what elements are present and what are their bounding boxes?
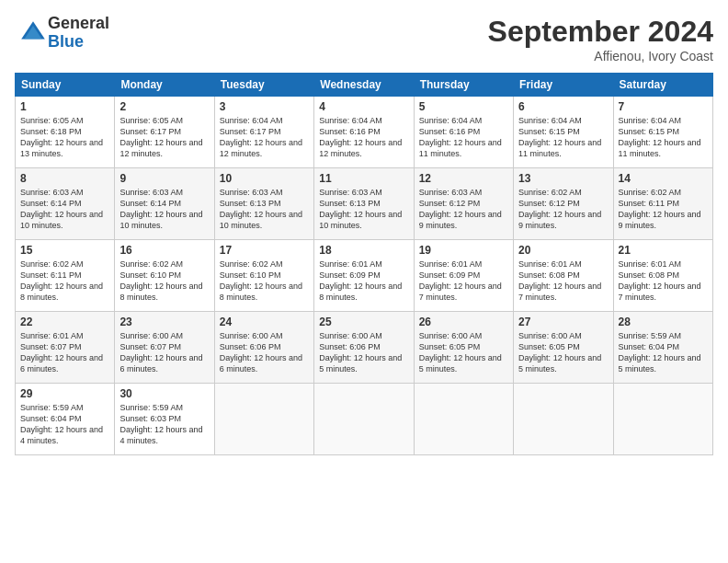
day-info: Sunrise: 6:01 AMSunset: 6:09 PMDaylight:… [419, 259, 508, 304]
day-number: 23 [119, 316, 209, 328]
day-info: Sunrise: 6:02 AMSunset: 6:10 PMDaylight:… [119, 259, 209, 304]
calendar-cell [214, 384, 313, 455]
day-info: Sunrise: 6:05 AMSunset: 6:17 PMDaylight:… [119, 115, 209, 160]
calendar-cell: 9Sunrise: 6:03 AMSunset: 6:14 PMDaylight… [115, 168, 214, 240]
calendar-header-friday: Friday [514, 74, 613, 97]
calendar-cell: 23Sunrise: 6:00 AMSunset: 6:07 PMDayligh… [115, 312, 214, 384]
calendar-cell: 7Sunrise: 6:04 AMSunset: 6:15 PMDaylight… [613, 97, 712, 168]
day-info: Sunrise: 6:00 AMSunset: 6:05 PMDaylight:… [419, 330, 508, 375]
calendar-cell [514, 384, 613, 455]
day-info: Sunrise: 6:04 AMSunset: 6:16 PMDaylight:… [419, 115, 508, 160]
day-info: Sunrise: 6:04 AMSunset: 6:15 PMDaylight:… [619, 115, 708, 160]
day-info: Sunrise: 6:00 AMSunset: 6:06 PMDaylight:… [319, 330, 408, 375]
calendar-cell: 14Sunrise: 6:02 AMSunset: 6:11 PMDayligh… [613, 168, 712, 240]
day-number: 20 [518, 244, 608, 257]
day-number: 6 [518, 100, 608, 113]
calendar-cell: 6Sunrise: 6:04 AMSunset: 6:15 PMDaylight… [514, 97, 613, 168]
calendar-cell: 25Sunrise: 6:00 AMSunset: 6:06 PMDayligh… [314, 312, 414, 384]
day-number: 12 [419, 172, 508, 185]
day-number: 8 [20, 172, 109, 185]
day-number: 11 [319, 172, 408, 185]
location: Affienou, Ivory Coast [488, 49, 713, 63]
calendar-header-saturday: Saturday [613, 74, 712, 97]
calendar-cell: 5Sunrise: 6:04 AMSunset: 6:16 PMDaylight… [414, 97, 513, 168]
header: General Blue September 2024 Affienou, Iv… [15, 15, 713, 63]
calendar-header-sunday: Sunday [16, 74, 115, 97]
calendar-cell: 28Sunrise: 5:59 AMSunset: 6:04 PMDayligh… [613, 312, 712, 384]
day-info: Sunrise: 6:04 AMSunset: 6:15 PMDaylight:… [518, 115, 608, 160]
calendar-cell: 19Sunrise: 6:01 AMSunset: 6:09 PMDayligh… [414, 240, 513, 312]
day-info: Sunrise: 6:04 AMSunset: 6:16 PMDaylight:… [319, 115, 408, 160]
day-info: Sunrise: 6:04 AMSunset: 6:17 PMDaylight:… [220, 115, 309, 160]
calendar-header-wednesday: Wednesday [314, 74, 414, 97]
day-info: Sunrise: 5:59 AMSunset: 6:04 PMDaylight:… [619, 330, 708, 375]
calendar-cell [613, 384, 712, 455]
calendar-cell: 12Sunrise: 6:03 AMSunset: 6:12 PMDayligh… [414, 168, 513, 240]
calendar-cell: 27Sunrise: 6:00 AMSunset: 6:05 PMDayligh… [514, 312, 613, 384]
day-info: Sunrise: 6:03 AMSunset: 6:13 PMDaylight:… [220, 187, 309, 232]
day-number: 26 [419, 316, 508, 328]
day-number: 17 [220, 244, 309, 257]
day-info: Sunrise: 6:03 AMSunset: 6:14 PMDaylight:… [20, 187, 109, 232]
calendar-cell: 20Sunrise: 6:01 AMSunset: 6:08 PMDayligh… [514, 240, 613, 312]
day-number: 13 [518, 172, 608, 185]
day-info: Sunrise: 6:01 AMSunset: 6:07 PMDaylight:… [20, 330, 109, 375]
day-number: 18 [319, 244, 408, 257]
day-number: 9 [119, 172, 209, 185]
calendar-cell: 16Sunrise: 6:02 AMSunset: 6:10 PMDayligh… [115, 240, 214, 312]
day-info: Sunrise: 6:01 AMSunset: 6:08 PMDaylight:… [619, 259, 708, 304]
calendar-header-tuesday: Tuesday [214, 74, 313, 97]
calendar-cell: 26Sunrise: 6:00 AMSunset: 6:05 PMDayligh… [414, 312, 513, 384]
logo: General Blue [15, 15, 109, 52]
calendar-week-row: 15Sunrise: 6:02 AMSunset: 6:11 PMDayligh… [16, 240, 713, 312]
month-title: September 2024 [488, 15, 713, 49]
calendar-cell: 18Sunrise: 6:01 AMSunset: 6:09 PMDayligh… [314, 240, 414, 312]
day-number: 24 [220, 316, 309, 328]
day-number: 14 [619, 172, 708, 185]
day-number: 25 [319, 316, 408, 328]
calendar-week-row: 8Sunrise: 6:03 AMSunset: 6:14 PMDaylight… [16, 168, 713, 240]
calendar-header-row: SundayMondayTuesdayWednesdayThursdayFrid… [16, 74, 713, 97]
day-number: 30 [119, 387, 209, 400]
day-info: Sunrise: 5:59 AMSunset: 6:04 PMDaylight:… [20, 402, 109, 447]
calendar-cell: 17Sunrise: 6:02 AMSunset: 6:10 PMDayligh… [214, 240, 313, 312]
title-block: September 2024 Affienou, Ivory Coast [488, 15, 713, 63]
day-info: Sunrise: 6:02 AMSunset: 6:10 PMDaylight:… [220, 259, 309, 304]
day-number: 22 [20, 316, 109, 328]
calendar-cell: 22Sunrise: 6:01 AMSunset: 6:07 PMDayligh… [16, 312, 115, 384]
calendar-cell: 21Sunrise: 6:01 AMSunset: 6:08 PMDayligh… [613, 240, 712, 312]
day-number: 5 [419, 100, 508, 113]
calendar-cell: 11Sunrise: 6:03 AMSunset: 6:13 PMDayligh… [314, 168, 414, 240]
day-info: Sunrise: 6:02 AMSunset: 6:12 PMDaylight:… [518, 187, 608, 232]
day-info: Sunrise: 6:00 AMSunset: 6:07 PMDaylight:… [119, 330, 209, 375]
calendar-table: SundayMondayTuesdayWednesdayThursdayFrid… [15, 73, 713, 455]
day-number: 21 [619, 244, 708, 257]
day-info: Sunrise: 6:00 AMSunset: 6:05 PMDaylight:… [518, 330, 608, 375]
day-info: Sunrise: 6:02 AMSunset: 6:11 PMDaylight:… [619, 187, 708, 232]
day-info: Sunrise: 6:01 AMSunset: 6:09 PMDaylight:… [319, 259, 408, 304]
day-info: Sunrise: 6:03 AMSunset: 6:13 PMDaylight:… [319, 187, 408, 232]
day-info: Sunrise: 6:03 AMSunset: 6:12 PMDaylight:… [419, 187, 508, 232]
calendar-cell [314, 384, 414, 455]
calendar-body: 1Sunrise: 6:05 AMSunset: 6:18 PMDaylight… [16, 97, 713, 455]
calendar-cell: 13Sunrise: 6:02 AMSunset: 6:12 PMDayligh… [514, 168, 613, 240]
calendar-cell: 29Sunrise: 5:59 AMSunset: 6:04 PMDayligh… [16, 384, 115, 455]
calendar-week-row: 22Sunrise: 6:01 AMSunset: 6:07 PMDayligh… [16, 312, 713, 384]
day-number: 10 [220, 172, 309, 185]
logo-blue: Blue [48, 33, 109, 52]
calendar-cell: 30Sunrise: 5:59 AMSunset: 6:03 PMDayligh… [115, 384, 214, 455]
calendar-week-row: 29Sunrise: 5:59 AMSunset: 6:04 PMDayligh… [16, 384, 713, 455]
calendar-cell: 3Sunrise: 6:04 AMSunset: 6:17 PMDaylight… [214, 97, 313, 168]
day-info: Sunrise: 6:00 AMSunset: 6:06 PMDaylight:… [220, 330, 309, 375]
calendar-cell: 10Sunrise: 6:03 AMSunset: 6:13 PMDayligh… [214, 168, 313, 240]
calendar-cell: 2Sunrise: 6:05 AMSunset: 6:17 PMDaylight… [115, 97, 214, 168]
day-number: 15 [20, 244, 109, 257]
day-number: 7 [619, 100, 708, 113]
day-number: 19 [419, 244, 508, 257]
page: General Blue September 2024 Affienou, Iv… [0, 0, 728, 563]
day-number: 1 [20, 100, 109, 113]
day-info: Sunrise: 6:02 AMSunset: 6:11 PMDaylight:… [20, 259, 109, 304]
day-number: 4 [319, 100, 408, 113]
day-info: Sunrise: 6:05 AMSunset: 6:18 PMDaylight:… [20, 115, 109, 160]
day-number: 16 [119, 244, 209, 257]
